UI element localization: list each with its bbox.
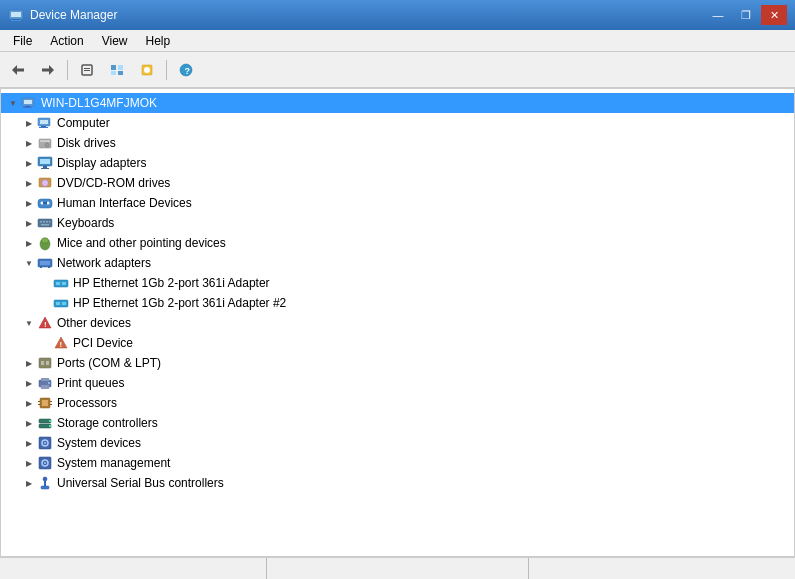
expander-2[interactable] [21,155,37,171]
window-title: Device Manager [30,8,117,22]
tree-label-9: HP Ethernet 1Gb 2-port 361i Adapter #2 [73,296,286,310]
svg-rect-72 [42,400,48,406]
close-button[interactable]: ✕ [761,5,787,25]
expander-14[interactable] [21,395,37,411]
device-tree[interactable]: WIN-DL1G4MFJMOK ComputerDisk drivesDispl… [1,89,794,556]
svg-rect-11 [111,65,116,70]
menu-help[interactable]: Help [137,31,180,51]
tree-item-8[interactable]: HP Ethernet 1Gb 2-port 361i Adapter [1,273,794,293]
back-button[interactable] [4,57,32,83]
svg-rect-65 [41,361,44,365]
toolbar-separator-1 [67,60,68,80]
toolbar: ? [0,52,795,88]
tree-icon-computer [37,115,53,131]
tree-item-5[interactable]: Keyboards [1,213,794,233]
svg-rect-44 [46,221,48,223]
another-button[interactable] [133,57,161,83]
svg-rect-51 [40,261,50,265]
svg-rect-42 [40,221,42,223]
expander-3[interactable] [21,175,37,191]
expander-16[interactable] [21,435,37,451]
tree-item-2[interactable]: Display adapters [1,153,794,173]
tree-item-16[interactable]: System devices [1,433,794,453]
tree-icon-disk [37,135,53,151]
tree-icon-hid [37,195,53,211]
status-pane-3 [529,558,791,579]
menu-file[interactable]: File [4,31,41,51]
tree-icon-ports [37,355,53,371]
expander-11[interactable] [37,335,53,351]
tree-item-10[interactable]: !Other devices [1,313,794,333]
expander-12[interactable] [21,355,37,371]
toolbar-separator-2 [166,60,167,80]
tree-label-16: System devices [57,436,141,450]
expander-17[interactable] [21,455,37,471]
svg-rect-45 [49,221,51,223]
minimize-button[interactable]: — [705,5,731,25]
svg-rect-89 [41,486,49,489]
tree-item-9[interactable]: HP Ethernet 1Gb 2-port 361i Adapter #2 [1,293,794,313]
tree-root[interactable]: WIN-DL1G4MFJMOK [1,93,794,113]
svg-rect-41 [38,219,52,227]
tree-label-15: Storage controllers [57,416,158,430]
svg-rect-59 [62,302,66,305]
title-bar-left: Device Manager [8,7,117,23]
title-bar: Device Manager — ❐ ✕ [0,0,795,30]
tree-items: ComputerDisk drivesDisplay adaptersDVD/C… [1,113,794,493]
tree-label-17: System management [57,456,170,470]
tree-icon-network [37,255,53,271]
expander-4[interactable] [21,195,37,211]
tree-item-1[interactable]: Disk drives [1,133,794,153]
properties-button[interactable] [73,57,101,83]
menu-view[interactable]: View [93,31,137,51]
root-label: WIN-DL1G4MFJMOK [41,96,157,110]
status-bar [0,557,795,579]
restore-button[interactable]: ❐ [733,5,759,25]
svg-rect-31 [40,159,50,164]
show-hidden-button[interactable] [103,57,131,83]
tree-item-0[interactable]: Computer [1,113,794,133]
tree-item-6[interactable]: Mice and other pointing devices [1,233,794,253]
root-icon [21,95,37,111]
forward-button[interactable] [34,57,62,83]
expander-8[interactable] [37,275,53,291]
expander-15[interactable] [21,415,37,431]
tree-label-1: Disk drives [57,136,116,150]
expander-18[interactable] [21,475,37,491]
svg-rect-13 [111,71,116,75]
svg-rect-32 [43,166,47,168]
help-toolbar-button[interactable]: ? [172,57,200,83]
tree-item-15[interactable]: Storage controllers [1,413,794,433]
back-icon [11,63,25,77]
tree-item-12[interactable]: Ports (COM & LPT) [1,353,794,373]
expander-1[interactable] [21,135,37,151]
expander-9[interactable] [37,295,53,311]
tree-item-14[interactable]: Processors [1,393,794,413]
expander-7[interactable] [21,255,37,271]
root-expander[interactable] [5,95,21,111]
tree-item-13[interactable]: Print queues [1,373,794,393]
expander-13[interactable] [21,375,37,391]
expander-5[interactable] [21,215,37,231]
tree-item-7[interactable]: Network adapters [1,253,794,273]
window-controls: — ❐ ✕ [705,5,787,25]
expander-6[interactable] [21,235,37,251]
expander-0[interactable] [21,115,37,131]
tree-icon-other: ! [37,315,53,331]
tree-item-11[interactable]: !PCI Device [1,333,794,353]
tree-icon-processor [37,395,53,411]
svg-rect-52 [40,266,42,268]
tree-label-7: Network adapters [57,256,151,270]
expander-10[interactable] [21,315,37,331]
tree-item-18[interactable]: Universal Serial Bus controllers [1,473,794,493]
tree-item-17[interactable]: System management [1,453,794,473]
svg-rect-22 [23,107,32,108]
tree-label-3: DVD/CD-ROM drives [57,176,170,190]
menu-action[interactable]: Action [41,31,92,51]
svg-rect-46 [41,224,49,226]
svg-point-29 [45,143,49,147]
help-icon: ? [179,63,193,77]
svg-rect-10 [84,70,90,71]
tree-item-3[interactable]: DVD/CD-ROM drives [1,173,794,193]
tree-item-4[interactable]: Human Interface Devices [1,193,794,213]
